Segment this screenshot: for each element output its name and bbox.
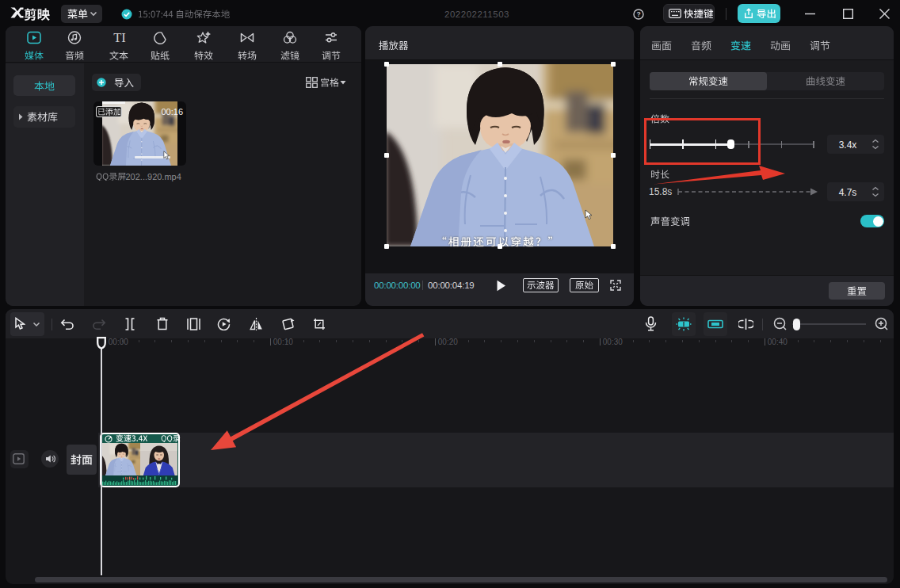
svg-text:TI: TI: [113, 31, 126, 44]
svg-text:?: ?: [636, 10, 640, 18]
